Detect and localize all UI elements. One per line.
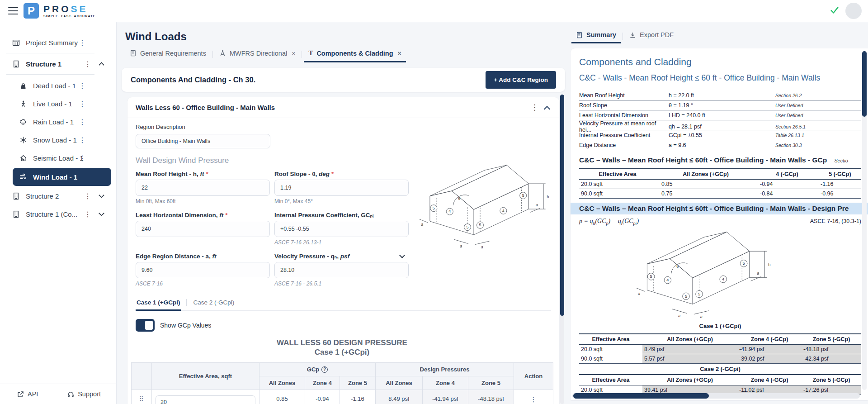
show-gcp-toggle-row: Show GCp Values [136,319,551,332]
scrollbar-thumb[interactable] [862,51,867,117]
tab-case-1[interactable]: Case 1 (+GCpi) [136,299,181,311]
velocity-pressure-input[interactable] [274,262,409,278]
sidebar-item-seismic-load[interactable]: Seismic Load - 1 ⋮ [0,149,116,167]
field-hint [136,239,270,246]
a-dimension-label: a [678,314,680,318]
required-marker: * [206,171,208,177]
chevron-up-icon[interactable] [99,62,104,68]
collapse-chevron-icon[interactable] [544,105,550,112]
kebab-icon[interactable]: ⋮ [84,60,90,68]
brand-tagline: SIMPLE. FAST. ACCURATE. [43,15,97,18]
cell: -0.94 [305,390,340,404]
kebab-icon[interactable]: ⋮ [79,81,85,90]
summary-vertical-scrollbar[interactable] [862,51,867,390]
effective-area-input[interactable] [156,395,255,404]
internal-pressure-coefficient-input[interactable] [274,221,409,237]
help-icon[interactable]: ? [321,366,328,373]
kebab-icon[interactable]: ⋮ [84,210,90,219]
gcp-table: Effective AreaAll Zones (+GCp)4 (-GCp)5 … [579,168,861,199]
least-horizontal-dimension-input[interactable] [136,221,270,237]
tab-case-2[interactable]: Case 2 (-GCpi) [192,299,235,311]
zone-5-label: 5 [522,193,524,198]
sidebar-item-live-load[interactable]: Live Load - 1 ⋮ [0,95,116,113]
tab-mwfrs-directional[interactable]: MWFRS Directional × [215,50,300,62]
scrollbar-thumb[interactable] [573,393,709,399]
zone-5-label: 5 [650,274,652,279]
zone-4-label: 4 [666,278,669,282]
h-dimension-label: h [547,195,549,199]
cell: -1.16 [340,390,376,404]
main-scrollbar[interactable] [560,95,564,404]
parameter-row: Roof Slopeθ = 1.19 °User Defined [579,100,861,110]
api-link[interactable]: API [17,390,38,398]
hamburger-menu-icon[interactable] [8,7,18,14]
field-internal-pressure-coefficient: Internal Pressure Coefficient, GCₚᵢ ASCE… [274,210,409,246]
sidebar-item-structure-2[interactable]: Structure 2 ⋮ [0,187,116,205]
kebab-icon[interactable]: ⋮ [79,154,85,162]
report-subheading: C&C - Walls - Mean Roof Height ≤ 60 ft -… [579,72,841,84]
row-action-kebab-icon[interactable]: ⋮ [530,395,537,403]
close-icon[interactable]: × [398,50,401,57]
chevron-down-icon[interactable] [99,210,104,216]
add-cc-region-button[interactable]: + Add C&C Region [486,71,556,89]
table-row: 20.0 sqft8.49 psf-41.94 psf-48.18 psf [579,344,861,354]
sidebar-item-snow-load[interactable]: Snow Load - 1 ⋮ [0,131,116,149]
section-title: Components And Cladding - Ch 30. [131,76,255,84]
chevron-down-icon[interactable] [399,252,405,258]
parameters-table: Mean Roof Heighth = 22.0 ftSection 26.2 … [579,90,861,150]
sidebar-item-dead-load[interactable]: Dead Load - 1 ⋮ [0,76,116,95]
tab-general-requirements[interactable]: General Requirements [125,50,211,62]
kebab-icon[interactable]: ⋮ [79,118,85,126]
effective-area-header: Effective Area, sqft [152,363,259,390]
chevron-down-icon[interactable] [99,192,104,198]
drag-handle-icon[interactable]: ⠿ [139,395,144,403]
parameter-row: Edge Distancea = 9.6Section 30.3 [579,140,861,150]
gcp-section-header: C&C – Walls – Mean Roof Height ≤ 60ft - … [579,156,864,164]
edge-region-distance-input[interactable] [136,262,270,278]
a-dimension-label: a [481,245,483,249]
case-1-pressure-table: Effective AreaAll Zones (+GCp)Zone 4 (-G… [579,333,861,364]
building-icon [12,60,20,68]
a-dimension-label: a [638,291,640,296]
seismic-house-icon [19,154,27,162]
field-velocity-pressure: Velocity Pressure - qₕ, psf ASCE 7-16 - … [274,252,409,287]
sidebar-item-rain-load[interactable]: Rain Load - 1 ⋮ [0,113,116,131]
wind-icon [19,173,27,181]
design-pressures-group-header: Design Pressures [376,363,514,376]
kebab-icon[interactable]: ⋮ [84,192,90,200]
summary-horizontal-scrollbar[interactable] [572,393,860,399]
kebab-icon[interactable]: ⋮ [525,103,544,112]
export-pdf-button[interactable]: Export PDF [625,31,678,43]
top-bar: P PROSE SIMPLE. FAST. ACCURATE. [0,0,868,22]
sidebar-item-structure-1-copy[interactable]: Structure 1 (Co... ⋮ [0,205,116,223]
external-link-icon [17,391,24,398]
user-avatar[interactable] [845,3,862,19]
tab-summary[interactable]: Summary [571,31,621,43]
walls-region-panel: Walls Less 60 - Office Building - Main W… [127,97,559,404]
sidebar-item-structure-1[interactable]: Structure 1 ⋮ [0,55,116,72]
sub-header: All Zones [259,376,305,390]
show-gcp-toggle[interactable] [136,319,155,332]
roof-slope-input[interactable] [274,180,409,196]
sidebar-item-wind-load-selected[interactable]: Wind Load - 1 ⋮ [13,168,111,186]
kebab-icon[interactable]: ⋮ [79,100,85,108]
region-description-input[interactable] [136,134,270,148]
table-title: WALL LESS 60 DESIGN PRESSURE [131,338,553,347]
sidebar-item-project-summary[interactable]: Project Summary ⋮ [0,34,116,51]
tab-components-cladding[interactable]: T Components & Cladding × [304,49,406,62]
close-icon[interactable]: × [292,50,295,57]
action-header: Action [514,363,553,390]
field-roof-slope: Roof Slope - θ, deg* Min 0°, Max 45° [274,169,409,205]
a-dimension-label: a [460,244,462,248]
formula: p = qh(GCp) − qi(GCpi) [579,218,639,226]
kebab-icon[interactable]: ⋮ [79,136,85,144]
field-edge-region-distance: Edge Region Distance - a, ft ASCE 7-16 [136,252,270,287]
report-heading: Components and Cladding [579,57,868,67]
kebab-icon[interactable]: ⋮ [79,38,85,47]
support-link[interactable]: Support [67,390,101,398]
mean-roof-height-input[interactable] [136,180,270,196]
required-marker: * [331,171,334,177]
scrollbar-thumb[interactable] [560,95,564,316]
summary-report: Components and Cladding C&C - Walls - Me… [571,48,868,400]
rain-cloud-icon [19,118,27,126]
